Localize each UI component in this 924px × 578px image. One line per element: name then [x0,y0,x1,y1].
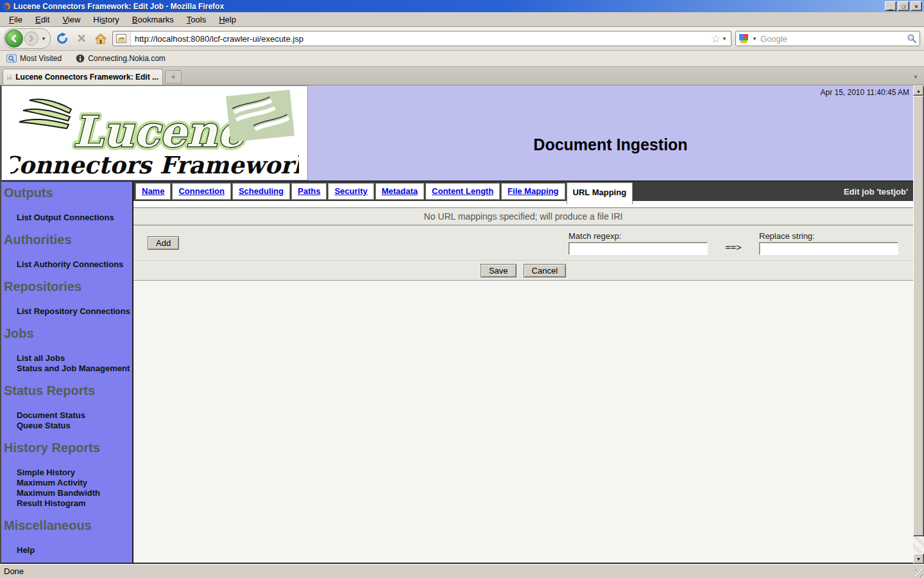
scroll-down-button[interactable]: ▼ [913,554,924,564]
sidebar-item-maximum-bandwidth[interactable]: Maximum Bandwidth [4,488,131,498]
tab-url-mapping-active[interactable]: URL Mapping [567,182,633,204]
sidebar-item-list-repository-connections[interactable]: List Repository Connections [4,306,131,317]
menu-history[interactable]: History [87,13,125,26]
search-input[interactable] [760,34,905,44]
sidebar-section-authorities: Authorities [4,232,131,247]
sidebar-section-miscellaneous: Miscellaneous [4,518,131,533]
tab-security-link[interactable]: Security [334,186,367,196]
tab-metadata-link[interactable]: Metadata [382,186,418,196]
list-all-tabs-button[interactable]: ▼ [910,71,921,83]
sidebar-item-help[interactable]: Help [4,545,131,556]
tab-paths-link[interactable]: Paths [298,186,320,196]
menu-label-part: elp [225,15,236,24]
cancel-button[interactable]: Cancel [524,264,566,277]
page-title: Document Ingestion [308,136,913,154]
tab-name-link[interactable]: Name [142,186,164,196]
url-input[interactable] [131,34,711,44]
tab-content-length-link[interactable]: Content Length [432,186,493,196]
menu-bar: File Edit View History Bookmarks Tools H… [0,12,924,27]
bookmark-label: Most Visited [20,54,62,63]
url-dropdown-icon[interactable]: ▼ [721,36,731,42]
match-regexp-group: Match regexp: [569,231,708,255]
bookmark-most-visited[interactable]: Most Visited [4,53,64,64]
window-title: Lucene Connectors Framework: Edit Job - … [13,2,885,11]
history-dropdown-icon[interactable]: ▼ [40,36,47,42]
search-engine-dropdown-icon[interactable]: ▼ [751,36,758,42]
menu-file[interactable]: File [3,13,29,26]
sidebar-item-list-output-connections[interactable]: List Output Connections [4,213,131,223]
tab-name[interactable]: Name [135,183,171,200]
save-button[interactable]: Save [481,264,517,277]
browser-tab-active[interactable]: Lucene Connectors Framework: Edit ... [3,69,163,85]
forward-button[interactable] [24,31,38,46]
firefox-icon [2,2,11,11]
new-tab-button[interactable]: + [165,70,182,83]
sidebar-item-maximum-activity[interactable]: Maximum Activity [4,478,131,488]
menu-tools[interactable]: Tools [180,13,212,26]
reload-button[interactable] [55,31,70,46]
back-button[interactable] [5,30,23,48]
tab-connection-link[interactable]: Connection [178,186,225,196]
sidebar-item-simple-history[interactable]: Simple History [4,468,131,478]
match-regexp-input[interactable] [569,242,708,255]
menu-view[interactable]: View [56,13,87,26]
tab-file-mapping[interactable]: File Mapping [501,183,565,200]
menu-bookmarks[interactable]: Bookmarks [126,13,180,26]
sidebar-section-history-reports: History Reports [4,441,131,455]
scroll-up-button[interactable]: ▲ [913,85,924,96]
sidebar-item-list-authority-connections[interactable]: List Authority Connections [4,259,131,270]
empty-content-area [133,281,913,563]
bookmark-connecting-nokia[interactable]: Connecting.Nokia.com [73,53,168,64]
page-viewport: Lucene Lucene Connectors Framework [0,85,924,564]
bookmark-star-icon[interactable]: ☆ [711,33,721,44]
mapping-arrow-label: ==> [708,233,759,252]
search-box[interactable]: ▼ [735,31,920,46]
vertical-scrollbar[interactable]: ▲ ▼ [913,85,924,564]
page-favicon[interactable] [113,31,131,46]
sidebar-item-result-histogram[interactable]: Result Histogram [4,498,131,509]
tab-security[interactable]: Security [328,183,373,200]
tab-scheduling[interactable]: Scheduling [232,183,290,200]
sidebar-item-document-status[interactable]: Document Status [4,410,131,421]
menu-edit[interactable]: Edit [29,13,56,26]
scrollbar-thumb[interactable] [913,96,924,536]
restore-button[interactable]: ❏ [898,1,909,11]
resize-grip[interactable] [915,569,923,577]
tab-scheduling-link[interactable]: Scheduling [239,186,284,196]
tab-file-mapping-link[interactable]: File Mapping [508,186,558,196]
menu-label-part: ile [14,15,22,24]
menu-label-part: ools [191,15,206,24]
scrollbar-track[interactable] [913,536,924,554]
search-magnifier-icon[interactable] [907,33,917,44]
replace-string-input[interactable] [759,242,898,255]
sidebar-item-queue-status[interactable]: Queue Status [4,421,131,431]
menu-label-part: F [9,15,14,24]
no-mappings-message: No URL mappings specified; will produce … [133,207,913,225]
minimize-button[interactable]: _ [885,1,896,11]
url-bar[interactable]: ☆ ▼ [112,31,732,46]
content-row: Outputs List Output Connections Authorit… [1,180,913,564]
stop-button[interactable]: ✕ [74,31,89,46]
sidebar-item-status-job-management[interactable]: Status and Job Management [4,363,131,374]
sidebar: Outputs List Output Connections Authorit… [1,182,133,563]
tab-connection[interactable]: Connection [172,183,231,200]
menu-label-part: E [35,15,41,24]
menu-help[interactable]: Help [212,13,243,26]
edit-job-label: Edit job 'testjob' [844,187,913,197]
google-logo-icon [739,33,749,44]
replace-string-group: Replace string: [759,231,898,255]
tab-content-length[interactable]: Content Length [425,183,500,200]
tab-paths[interactable]: Paths [291,183,327,200]
match-regexp-label: Match regexp: [569,231,708,241]
web-page: Lucene Lucene Connectors Framework [0,85,913,564]
menu-label-part: H [219,15,225,24]
add-button[interactable]: Add [148,236,179,250]
sidebar-item-list-all-jobs[interactable]: List all Jobs [4,353,131,363]
status-bar: Done [0,564,924,578]
title-bar: Lucene Connectors Framework: Edit Job - … [0,0,924,12]
back-arrow-icon [10,35,18,42]
close-button[interactable]: ✕ [911,1,922,11]
tab-metadata[interactable]: Metadata [375,183,424,200]
bookmarks-toolbar: Most Visited Connecting.Nokia.com [0,51,924,67]
home-button[interactable] [93,31,108,46]
